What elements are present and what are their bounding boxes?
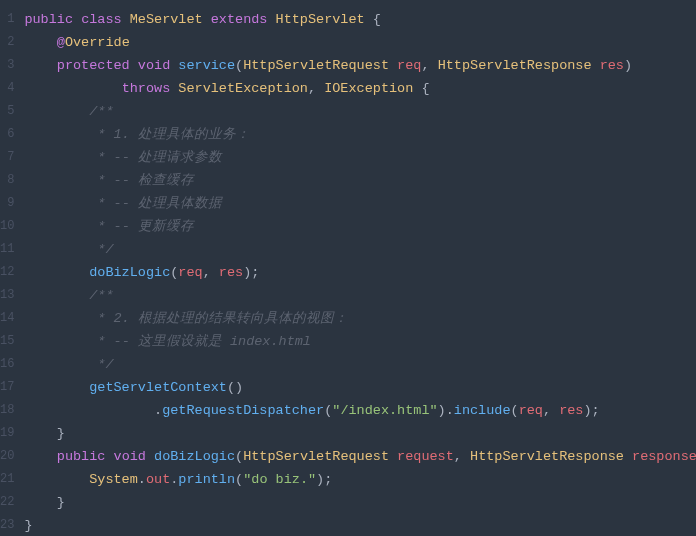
token: /** xyxy=(89,104,113,119)
token xyxy=(24,403,154,418)
code-area[interactable]: public class MeServlet extends HttpServl… xyxy=(24,0,696,536)
token xyxy=(24,265,89,280)
token: ). xyxy=(438,403,454,418)
line-number: 9 xyxy=(0,192,24,215)
line-number: 20 xyxy=(0,445,24,468)
code-line[interactable]: */ xyxy=(24,353,696,376)
line-number: 5 xyxy=(0,100,24,123)
code-line[interactable]: /** xyxy=(24,100,696,123)
token: System xyxy=(89,472,138,487)
line-number: 16 xyxy=(0,353,24,376)
code-line[interactable]: @Override xyxy=(24,31,696,54)
token: ( xyxy=(511,403,519,418)
token: "do biz." xyxy=(243,472,316,487)
token: void xyxy=(138,58,179,73)
line-number: 22 xyxy=(0,491,24,514)
token: /** xyxy=(89,288,113,303)
code-line[interactable]: System.out.println("do biz."); xyxy=(24,468,696,491)
token: ServletException xyxy=(178,81,308,96)
token xyxy=(24,449,56,464)
code-line[interactable]: } xyxy=(24,514,696,536)
token xyxy=(24,288,89,303)
token: , xyxy=(454,449,470,464)
line-number: 8 xyxy=(0,169,24,192)
line-number: 13 xyxy=(0,284,24,307)
token: getServletContext xyxy=(89,380,227,395)
token: protected xyxy=(57,58,138,73)
code-line[interactable]: * -- 检查缓存 xyxy=(24,169,696,192)
line-number: 19 xyxy=(0,422,24,445)
code-line[interactable]: public void doBizLogic(HttpServletReques… xyxy=(24,445,696,468)
code-line[interactable]: getServletContext() xyxy=(24,376,696,399)
token xyxy=(24,426,56,441)
code-editor[interactable]: 1234567891011121314151617181920212223 pu… xyxy=(0,0,696,536)
code-line[interactable]: doBizLogic(req, res); xyxy=(24,261,696,284)
line-number: 11 xyxy=(0,238,24,261)
code-line[interactable]: public class MeServlet extends HttpServl… xyxy=(24,8,696,31)
code-line[interactable]: */ xyxy=(24,238,696,261)
token: service xyxy=(178,58,235,73)
token: , xyxy=(203,265,219,280)
code-line[interactable]: * -- 处理请求参数 xyxy=(24,146,696,169)
token: } xyxy=(57,495,65,510)
token: class xyxy=(81,12,130,27)
line-number: 12 xyxy=(0,261,24,284)
token: void xyxy=(114,449,155,464)
token xyxy=(24,196,97,211)
line-number: 3 xyxy=(0,54,24,77)
code-line[interactable]: } xyxy=(24,491,696,514)
code-line[interactable]: /** xyxy=(24,284,696,307)
token: * 2. 根据处理的结果转向具体的视图： xyxy=(97,311,348,326)
token: HttpServletResponse xyxy=(438,58,600,73)
token: ); xyxy=(316,472,332,487)
code-line[interactable]: * 2. 根据处理的结果转向具体的视图： xyxy=(24,307,696,330)
token: * -- 这里假设就是 index.html xyxy=(97,334,311,349)
token: MeServlet xyxy=(130,12,211,27)
token xyxy=(24,334,97,349)
line-number: 1 xyxy=(0,8,24,31)
token xyxy=(24,219,97,234)
token: @ xyxy=(57,35,65,50)
token xyxy=(24,81,121,96)
token xyxy=(24,242,97,257)
token xyxy=(24,127,97,142)
line-number: 23 xyxy=(0,514,24,536)
token: res xyxy=(559,403,583,418)
code-line[interactable]: protected void service(HttpServletReques… xyxy=(24,54,696,77)
token: { xyxy=(421,81,429,96)
token: doBizLogic xyxy=(89,265,170,280)
line-number: 2 xyxy=(0,31,24,54)
token: ) xyxy=(624,58,632,73)
token: , xyxy=(308,81,324,96)
token: */ xyxy=(97,242,113,257)
code-line[interactable]: } xyxy=(24,422,696,445)
token: throws xyxy=(122,81,179,96)
code-line[interactable]: * 1. 处理具体的业务： xyxy=(24,123,696,146)
token xyxy=(24,58,56,73)
token: { xyxy=(373,12,381,27)
token: request xyxy=(397,449,454,464)
token: "/index.html" xyxy=(332,403,437,418)
code-line[interactable]: * -- 更新缓存 xyxy=(24,215,696,238)
token xyxy=(24,495,56,510)
token: * -- 处理请求参数 xyxy=(97,150,222,165)
line-number: 17 xyxy=(0,376,24,399)
token: ); xyxy=(583,403,599,418)
token: ( xyxy=(235,58,243,73)
token: , xyxy=(421,58,437,73)
line-number: 14 xyxy=(0,307,24,330)
token: ); xyxy=(243,265,259,280)
token: . xyxy=(138,472,146,487)
token: */ xyxy=(97,357,113,372)
code-line[interactable]: * -- 这里假设就是 index.html xyxy=(24,330,696,353)
code-line[interactable]: throws ServletException, IOException { xyxy=(24,77,696,100)
token: req xyxy=(519,403,543,418)
line-number: 15 xyxy=(0,330,24,353)
token: * -- 检查缓存 xyxy=(97,173,194,188)
code-line[interactable]: .getRequestDispatcher("/index.html").inc… xyxy=(24,399,696,422)
code-line[interactable]: * -- 处理具体数据 xyxy=(24,192,696,215)
token: } xyxy=(57,426,65,441)
token: ( xyxy=(235,472,243,487)
line-number: 21 xyxy=(0,468,24,491)
line-number-gutter: 1234567891011121314151617181920212223 xyxy=(0,0,24,536)
